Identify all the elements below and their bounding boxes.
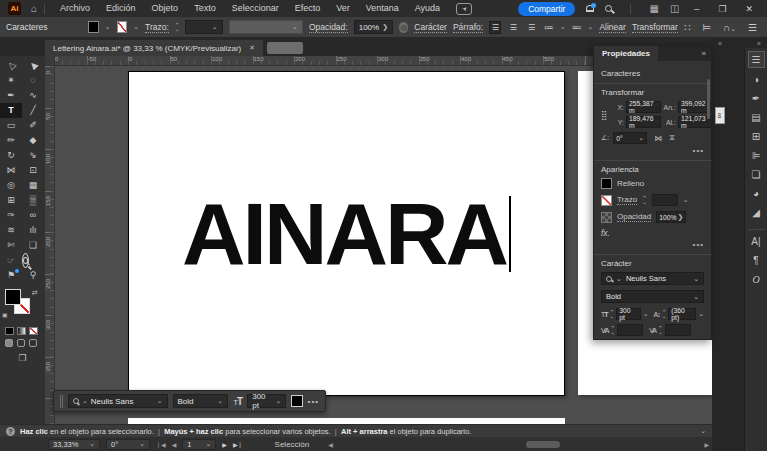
artboard-text[interactable]: AINARA xyxy=(182,190,506,278)
stroke-stepper[interactable]: ⌃⌄ xyxy=(642,196,647,204)
blend-tool[interactable]: ∞ xyxy=(22,208,44,223)
font-family-field[interactable]: ⌄ Neulis Sans ⌄ xyxy=(601,272,704,285)
layers-panel-icon[interactable]: ❏ xyxy=(748,167,765,182)
paintbrush-tool[interactable]: ✐ xyxy=(22,118,44,133)
chevron-down-icon[interactable]: ⌄ xyxy=(700,427,706,435)
glyphs-panel-icon[interactable]: O xyxy=(748,272,765,287)
constrain-proportions-toggle[interactable]: ∞ xyxy=(715,107,725,124)
chevron-down-icon[interactable]: ⌄ xyxy=(105,23,111,31)
libraries-panel-icon[interactable]: ▤ xyxy=(748,110,765,125)
vertical-ruler[interactable]: 050100150200250300350 xyxy=(45,66,55,424)
panel-scrollbar[interactable] xyxy=(707,79,710,119)
opacity-label[interactable]: Opacidad: xyxy=(309,22,348,33)
horizontal-scrollbar[interactable]: ◀ ▶ xyxy=(325,437,712,451)
fill-proxy-swatch[interactable] xyxy=(5,289,21,305)
x-field[interactable]: 255,387 m xyxy=(626,101,661,113)
opacity-swatch[interactable] xyxy=(601,212,612,223)
eyedropper-tool[interactable]: ✑ xyxy=(0,208,22,223)
pen-tool[interactable]: ✒ xyxy=(0,88,22,103)
reference-point-icon[interactable]: ⣿ xyxy=(601,110,615,120)
align-right-button[interactable]: ☰ xyxy=(526,21,538,34)
swatches-panel-icon[interactable]: ◕ xyxy=(748,186,765,201)
font-size-field[interactable]: 300 pt xyxy=(616,308,640,320)
more-options-icon[interactable]: ••• xyxy=(308,397,319,406)
numbered-list-icon[interactable]: ≕ xyxy=(572,22,582,33)
zoom-level-field[interactable]: 33,33%⌄ xyxy=(48,439,100,450)
eraser-tool[interactable]: ◆ xyxy=(22,133,44,148)
opacity-field[interactable]: 100%❯ xyxy=(656,211,686,223)
curvature-tool[interactable]: ∿ xyxy=(22,88,44,103)
perspective-grid-tool[interactable]: ▦ xyxy=(22,178,44,193)
panel-menu-icon[interactable]: ☰ xyxy=(748,22,757,33)
chevron-down-icon[interactable]: ⌄ xyxy=(683,196,689,204)
y-field[interactable]: 189,476 m xyxy=(626,116,661,128)
chevron-down-icon[interactable]: ⌄ xyxy=(89,440,95,448)
previous-artboard-icon[interactable]: ◀ xyxy=(172,441,177,448)
transform-panel-link[interactable]: Transformar xyxy=(632,22,678,33)
draw-normal-button[interactable] xyxy=(5,339,13,347)
color-button[interactable] xyxy=(5,327,14,335)
touch-workspace-icon[interactable]: ➤ xyxy=(456,3,472,15)
gradient-button[interactable] xyxy=(17,327,26,335)
search-tool[interactable]: ⚲ xyxy=(22,268,44,283)
menu-edicion[interactable]: Edición xyxy=(98,0,144,17)
direct-selection-tool[interactable]: ▶ xyxy=(22,58,44,73)
width-tool[interactable]: ⋈ xyxy=(0,163,22,178)
menu-seleccionar[interactable]: Seleccionar xyxy=(224,0,287,17)
draw-inside-button[interactable] xyxy=(29,339,37,347)
menu-efecto[interactable]: Efecto xyxy=(287,0,329,17)
zoom-tool[interactable] xyxy=(22,253,29,268)
free-transform-tool[interactable]: ⊡ xyxy=(22,163,44,178)
line-segment-tool[interactable]: ╱ xyxy=(22,103,44,118)
scroll-right-icon[interactable]: ▶ xyxy=(701,441,712,448)
color-panel-icon[interactable]: ◑ xyxy=(748,72,765,87)
selection-tool[interactable]: ▷ xyxy=(0,58,22,73)
help-icon[interactable]: ? xyxy=(6,427,15,436)
ruler-corner[interactable] xyxy=(45,56,55,66)
character-panel-icon[interactable]: A| xyxy=(748,229,765,249)
font-style-field[interactable]: Bold ⌄ xyxy=(173,394,229,408)
chevron-down-icon[interactable]: ⌄ xyxy=(157,397,163,405)
align-panel-link[interactable]: Alinear xyxy=(599,22,625,33)
kerning-stepper[interactable]: ⌃⌄ xyxy=(611,326,616,334)
transform-panel-icon[interactable]: ⊞ xyxy=(748,129,765,144)
paragraph-panel-link[interactable]: Párrafo: xyxy=(453,22,483,33)
scale-tool[interactable]: ⇘ xyxy=(22,148,44,163)
artboard-1[interactable]: AINARA xyxy=(128,71,565,396)
next-artboard-icon[interactable]: ▶ xyxy=(222,441,227,448)
glyph-alignment-icon[interactable]: ⊨ xyxy=(702,22,711,33)
bullet-list-icon[interactable]: ≔ xyxy=(544,22,554,33)
arrange-documents-icon[interactable]: ▦ xyxy=(649,3,658,14)
fx-label[interactable]: fx. xyxy=(601,228,704,238)
font-size-stepper[interactable]: ⌃⌄ xyxy=(610,310,615,318)
minimize-button[interactable]: – xyxy=(690,4,703,14)
chevron-down-icon[interactable]: ⌄ xyxy=(133,23,139,31)
stroke-weight-field[interactable] xyxy=(652,194,678,206)
share-button[interactable]: Compartir xyxy=(518,2,575,16)
app-logo-icon[interactable]: Ai xyxy=(8,2,21,15)
drag-handle[interactable] xyxy=(60,395,63,408)
leading-field[interactable]: (360 pt) xyxy=(668,308,696,320)
font-family-field[interactable]: ⌄ Neulis Sans ⌄ xyxy=(68,394,168,408)
properties-panel-icon[interactable]: ☰ xyxy=(748,51,765,68)
swap-fill-stroke-icon[interactable]: ⇄ xyxy=(32,289,38,297)
align-panel-icon[interactable]: ⊫ xyxy=(748,148,765,163)
menu-ver[interactable]: Ver xyxy=(328,0,358,17)
align-left-button[interactable]: ☰ xyxy=(489,21,501,34)
chevron-down-icon[interactable]: ⌄ xyxy=(693,275,699,283)
collapse-dock-icon[interactable]: « xyxy=(757,40,761,47)
shape-builder-tool[interactable]: ◎ xyxy=(0,178,22,193)
magic-wand-tool[interactable]: ✶ xyxy=(0,73,22,88)
opacity-field[interactable]: 100%❯ xyxy=(354,20,393,34)
flip-vertical-icon[interactable]: ⧖ xyxy=(669,133,675,143)
chevron-down-icon[interactable]: ⌄ xyxy=(217,397,223,405)
chevron-down-icon[interactable]: ⌄ xyxy=(693,293,699,301)
opacity-label[interactable]: Opacidad xyxy=(617,212,651,222)
chevron-right-icon[interactable]: ❯ xyxy=(677,213,683,221)
align-center-button[interactable]: ☰ xyxy=(507,21,519,34)
gradient-panel-icon[interactable]: ◢ xyxy=(748,205,765,220)
rectangle-tool[interactable]: ▭ xyxy=(0,118,22,133)
artboard-number-field[interactable]: 1⌄ xyxy=(182,439,216,450)
chevron-right-icon[interactable]: ❯ xyxy=(382,23,388,31)
menu-texto[interactable]: Texto xyxy=(186,0,224,17)
